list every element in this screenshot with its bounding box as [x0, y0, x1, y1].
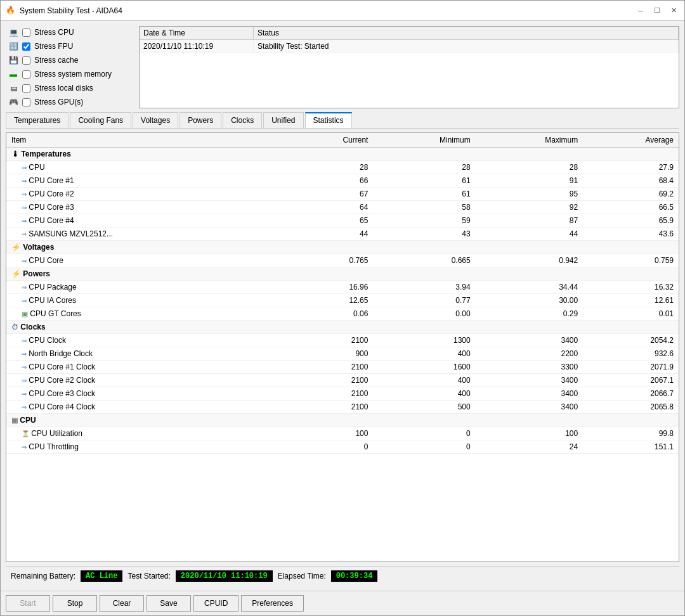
col-minimum: Minimum	[373, 133, 475, 148]
cpuid-button[interactable]: CPUID	[193, 595, 238, 612]
cell-current: 2100	[285, 361, 374, 374]
log-status-header: Status	[254, 27, 679, 39]
cell-item: ⇒ CPU Throttling	[6, 440, 285, 454]
cell-item: ⇒ CPU Clock	[6, 334, 285, 347]
group-header-row: ⏱ Clocks	[6, 321, 679, 334]
tab-powers[interactable]: Powers	[179, 112, 221, 128]
cell-current: 67	[285, 188, 374, 201]
cell-average: 68.4	[583, 174, 679, 188]
log-date-header: Date & Time	[140, 27, 254, 39]
clear-button[interactable]: Clear	[100, 595, 144, 612]
cell-item: ⇒ CPU Core #1 Clock	[6, 361, 285, 374]
cell-maximum: 3400	[476, 387, 584, 401]
elapsed-label: Elapsed Time:	[278, 572, 326, 581]
cell-maximum: 0.942	[476, 254, 584, 267]
stop-button[interactable]: Stop	[53, 595, 97, 612]
log-header: Date & Time Status	[140, 27, 679, 40]
table-row: ⇒ CPU Core #364589266.5	[6, 201, 679, 214]
content-area: 💻 Stress CPU 🔢 Stress FPU 💾 Stress cache…	[1, 21, 684, 591]
cell-minimum: 0.00	[373, 307, 475, 321]
log-date-cell: 2020/11/10 11:10:19	[140, 40, 254, 53]
cell-minimum: 0	[373, 427, 475, 440]
cell-current: 16.96	[285, 281, 374, 294]
statistics-table: Item Current Minimum Maximum Average 🌡 T…	[6, 133, 679, 454]
stress-memory-row: ▬ Stress system memory	[6, 68, 133, 80]
cell-current: 2100	[285, 374, 374, 387]
tab-cooling-fans[interactable]: Cooling Fans	[70, 112, 131, 128]
save-button[interactable]: Save	[147, 595, 191, 612]
cell-minimum: 400	[373, 387, 475, 401]
stress-cache-row: 💾 Stress cache	[6, 54, 133, 67]
table-row: ⇒ CPU Core #1 Clock2100160033002071.9	[6, 361, 679, 374]
status-bar: Remaining Battery: AC Line Test Started:…	[6, 566, 679, 586]
cell-maximum: 87	[476, 214, 584, 228]
cell-current: 65	[285, 214, 374, 228]
tab-unified[interactable]: Unified	[263, 112, 303, 128]
cell-current: 66	[285, 174, 374, 188]
table-row: ⇒ North Bridge Clock9004002200932.6	[6, 347, 679, 361]
cell-item: ⇒ CPU Core #3	[6, 201, 285, 214]
start-button[interactable]: Start	[6, 595, 50, 612]
test-started-value: 2020/11/10 11:10:19	[176, 570, 273, 582]
stress-fpu-row: 🔢 Stress FPU	[6, 40, 133, 53]
cell-item: ⏳ CPU Utilization	[6, 427, 285, 440]
tab-temperatures[interactable]: Temperatures	[6, 112, 68, 128]
stress-disks-checkbox[interactable]	[22, 84, 30, 93]
cell-minimum: 43	[373, 228, 475, 241]
stress-memory-checkbox[interactable]	[22, 70, 30, 79]
group-header-row: ▣ CPU	[6, 414, 679, 427]
cell-item: ⇒ CPU IA Cores	[6, 294, 285, 307]
log-panel: Date & Time Status 2020/11/10 11:10:19 S…	[139, 26, 679, 108]
cell-minimum: 0.77	[373, 294, 475, 307]
cell-minimum: 59	[373, 214, 475, 228]
maximize-button[interactable]: ☐	[651, 5, 663, 16]
cache-icon: 💾	[8, 55, 18, 65]
close-button[interactable]: ✕	[668, 5, 679, 16]
minimize-button[interactable]: ─	[635, 5, 646, 16]
stress-cache-checkbox[interactable]	[22, 56, 30, 65]
log-body: 2020/11/10 11:10:19 Stability Test: Star…	[140, 40, 679, 53]
cell-average: 2071.9	[583, 361, 679, 374]
cell-current: 0.765	[285, 254, 374, 267]
tab-voltages[interactable]: Voltages	[133, 112, 178, 128]
col-average: Average	[583, 133, 679, 148]
cell-current: 0.06	[285, 307, 374, 321]
table-row: ⇒ CPU28282827.9	[6, 161, 679, 174]
cell-average: 2067.1	[583, 374, 679, 387]
stress-cache-label: Stress cache	[34, 56, 78, 65]
cell-minimum: 500	[373, 401, 475, 414]
cell-current: 2100	[285, 401, 374, 414]
table-row: ⇒ CPU Core #166619168.4	[6, 174, 679, 188]
table-row: ⇒ CPU Throttling0024151.1	[6, 440, 679, 454]
stress-disks-label: Stress local disks	[34, 84, 93, 93]
table-row: ⇒ CPU Clock2100130034002054.2	[6, 334, 679, 347]
cell-minimum: 61	[373, 174, 475, 188]
stress-cpu-checkbox[interactable]	[22, 29, 30, 37]
cell-maximum: 92	[476, 201, 584, 214]
table-body: 🌡 Temperatures⇒ CPU28282827.9⇒ CPU Core …	[6, 148, 679, 454]
cell-current: 64	[285, 201, 374, 214]
cell-maximum: 30.00	[476, 294, 584, 307]
stress-fpu-checkbox[interactable]	[22, 42, 30, 51]
cell-current: 44	[285, 228, 374, 241]
battery-value: AC Line	[81, 570, 122, 582]
cell-average: 27.9	[583, 161, 679, 174]
battery-label: Remaining Battery:	[11, 572, 75, 581]
table-row: ⇒ CPU Package16.963.9434.4416.32	[6, 281, 679, 294]
cell-average: 0.01	[583, 307, 679, 321]
cell-item: ⇒ CPU	[6, 161, 285, 174]
main-window: 🔥 System Stability Test - AIDA64 ─ ☐ ✕ 💻…	[0, 0, 685, 616]
tab-statistics[interactable]: Statistics	[305, 112, 352, 128]
cell-item: ⇒ CPU Core	[6, 254, 285, 267]
cell-item: ⇒ CPU Core #3 Clock	[6, 387, 285, 401]
cell-item: ⇒ CPU Core #4	[6, 214, 285, 228]
preferences-button[interactable]: Preferences	[241, 595, 304, 612]
cell-average: 0.759	[583, 254, 679, 267]
log-status-cell: Stability Test: Started	[254, 40, 679, 53]
stress-gpu-checkbox[interactable]	[22, 98, 30, 106]
cell-current: 900	[285, 347, 374, 361]
cell-minimum: 0	[373, 440, 475, 454]
cell-maximum: 2200	[476, 347, 584, 361]
cell-average: 66.5	[583, 201, 679, 214]
tab-clocks[interactable]: Clocks	[223, 112, 262, 128]
